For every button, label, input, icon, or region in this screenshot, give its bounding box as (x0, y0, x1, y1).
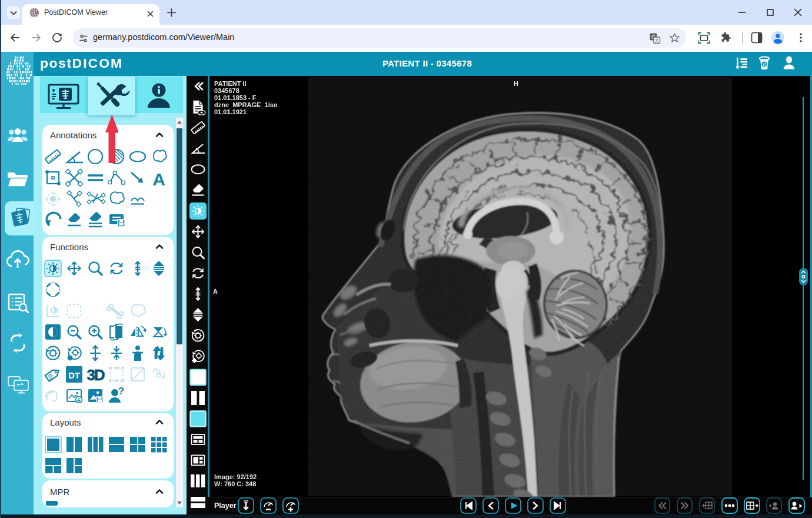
svg-text:文: 文 (654, 38, 659, 43)
svg-text:PATIENT II: PATIENT II (214, 80, 247, 87)
svg-text:Image: 92/192: Image: 92/192 (214, 473, 257, 480)
svg-text:01.01.1853 - F: 01.01.1853 - F (214, 94, 257, 101)
svg-text:Layouts: Layouts (50, 417, 81, 427)
svg-text:DT: DT (68, 370, 80, 380)
svg-text:A: A (213, 288, 218, 295)
svg-text:A: A (152, 170, 165, 189)
svg-text:Functions: Functions (50, 242, 88, 252)
svg-text:Annotations: Annotations (50, 130, 96, 140)
svg-text:MPR: MPR (50, 487, 70, 497)
svg-text:H: H (514, 80, 518, 87)
svg-text:W: 760 C: 348: W: 760 C: 348 (214, 480, 256, 487)
svg-text:3D: 3D (86, 366, 104, 384)
svg-text:dzne_MPRAGE_1iso: dzne_MPRAGE_1iso (214, 101, 278, 108)
svg-text:?: ? (118, 386, 124, 397)
svg-text:Player: Player (214, 502, 237, 510)
svg-text:01.01.1921: 01.01.1921 (214, 108, 247, 115)
svg-text:0345678: 0345678 (214, 87, 239, 94)
